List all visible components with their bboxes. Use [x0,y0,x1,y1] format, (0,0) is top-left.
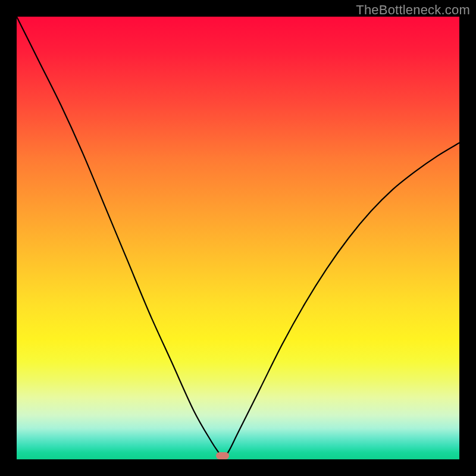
bottleneck-curve [17,17,459,459]
curve-svg [17,17,459,459]
watermark-text: TheBottleneck.com [356,2,470,18]
plot-area [17,17,459,459]
chart-frame: TheBottleneck.com [0,0,476,476]
optimal-point-marker [216,452,229,459]
